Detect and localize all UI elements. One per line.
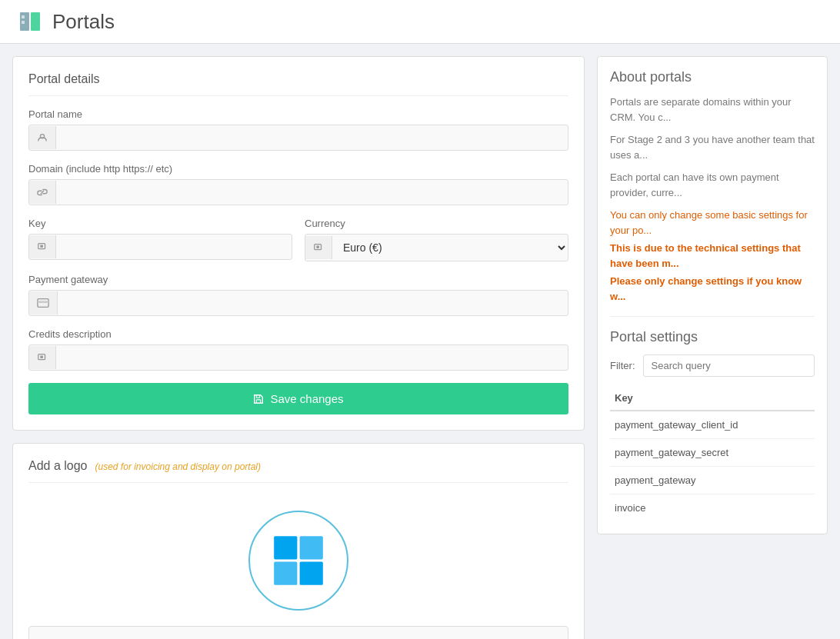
add-logo-title: Add a logo [28, 459, 88, 473]
key-input-wrapper: 11_5c99f63bc793f [28, 234, 292, 260]
domain-label: Domain (include http https:// etc) [28, 163, 568, 175]
domain-input[interactable]: http://localhost:8000 [56, 180, 568, 205]
portal-settings-title: Portal settings [610, 329, 815, 345]
settings-table-header: Key [610, 386, 815, 411]
upload-area[interactable] [28, 626, 568, 639]
currency-group: Currency Euro (€) USD ($) GBP (£) [305, 218, 568, 261]
payment-gateway-input[interactable]: Mollie [58, 291, 568, 315]
section-divider [610, 316, 815, 317]
portal-name-input-wrapper: Portal 2 [28, 125, 568, 151]
save-changes-label: Save changes [270, 392, 343, 405]
credits-description-icon [29, 346, 56, 369]
payment-gateway-label: Payment gateway [28, 274, 568, 285]
table-row: payment_gateway_secret [610, 439, 815, 467]
about-portals-title: About portals [610, 69, 815, 85]
payment-gateway-group: Payment gateway Mollie [28, 274, 568, 316]
credits-description-input-wrapper: Coins [28, 344, 568, 371]
logo-preview [28, 495, 568, 626]
portal-name-group: Portal name Portal 2 [28, 108, 568, 151]
portal-name-label: Portal name [28, 108, 568, 120]
key-input[interactable]: 11_5c99f63bc793f [56, 235, 292, 259]
svg-rect-16 [300, 536, 323, 559]
portals-icon [18, 9, 43, 34]
svg-rect-3 [22, 21, 25, 24]
left-panel: Portal details Portal name Portal 2 Doma… [12, 56, 585, 639]
about-text-3: Each portal can have its own payment pro… [610, 170, 815, 200]
svg-rect-8 [316, 245, 319, 248]
warning-text-1: You can only change some basic settings … [610, 208, 815, 238]
settings-table: Key payment_gateway_client_idpayment_gat… [610, 386, 815, 521]
currency-icon [305, 236, 332, 259]
currency-select[interactable]: Euro (€) USD ($) GBP (£) [332, 235, 568, 261]
add-logo-card: Add a logo (used for invoicing and displ… [12, 443, 585, 639]
add-logo-title-row: Add a logo (used for invoicing and displ… [28, 459, 568, 483]
portal-details-card: Portal details Portal name Portal 2 Doma… [12, 56, 585, 431]
about-text-1: Portals are separate domains within your… [610, 95, 815, 125]
save-changes-button[interactable]: Save changes [28, 383, 568, 414]
settings-key-cell: payment_gateway_secret [610, 439, 815, 467]
filter-row: Filter: [610, 354, 815, 377]
svg-rect-10 [38, 301, 48, 303]
table-row: invoice [610, 494, 815, 522]
payment-gateway-icon [29, 291, 58, 315]
svg-rect-6 [40, 245, 43, 248]
domain-input-wrapper: http://localhost:8000 [28, 179, 568, 205]
windows-logo-icon [272, 534, 325, 587]
key-icon [29, 235, 56, 258]
svg-rect-17 [274, 562, 297, 585]
svg-rect-18 [300, 562, 323, 585]
settings-key-cell: invoice [610, 494, 815, 522]
key-label: Key [28, 218, 292, 229]
settings-key-cell: payment_gateway [610, 467, 815, 494]
portal-details-title: Portal details [28, 72, 568, 96]
domain-group: Domain (include http https:// etc) http:… [28, 163, 568, 205]
payment-gateway-input-wrapper: Mollie [28, 290, 568, 316]
svg-rect-2 [22, 15, 25, 18]
page-header: Portals [0, 0, 840, 44]
right-panel: About portals Portals are separate domai… [597, 56, 828, 534]
about-text-2: For Stage 2 and 3 you have another team … [610, 132, 815, 162]
credits-description-input[interactable]: Coins [56, 345, 568, 370]
table-row: payment_gateway [610, 467, 815, 494]
logo-circle [248, 511, 348, 611]
svg-rect-12 [40, 355, 43, 358]
credits-description-label: Credits description [28, 328, 568, 340]
table-row: payment_gateway_client_id [610, 411, 815, 439]
link-icon [29, 181, 56, 204]
add-logo-subtitle: (used for invoicing and display on porta… [95, 461, 261, 472]
portal-name-icon [29, 126, 56, 149]
currency-label: Currency [305, 218, 568, 229]
svg-rect-15 [274, 536, 297, 559]
portal-name-input[interactable]: Portal 2 [56, 125, 568, 150]
settings-key-cell: payment_gateway_client_id [610, 411, 815, 439]
key-group: Key 11_5c99f63bc793f [28, 218, 292, 260]
key-currency-row: Key 11_5c99f63bc793f Currency [28, 218, 568, 274]
main-content: Portal details Portal name Portal 2 Doma… [0, 44, 840, 639]
warning-text-2: This is due to the technical settings th… [610, 241, 815, 271]
svg-rect-1 [31, 12, 40, 31]
page-title: Portals [52, 10, 115, 34]
warning-text-3: Please only change settings if you know … [610, 274, 815, 304]
currency-select-wrapper: Euro (€) USD ($) GBP (£) [305, 234, 568, 261]
key-col: Key 11_5c99f63bc793f [28, 218, 292, 274]
credits-description-group: Credits description Coins [28, 328, 568, 371]
filter-label: Filter: [610, 360, 635, 371]
currency-col: Currency Euro (€) USD ($) GBP (£) [305, 218, 568, 274]
filter-input[interactable] [643, 354, 815, 377]
